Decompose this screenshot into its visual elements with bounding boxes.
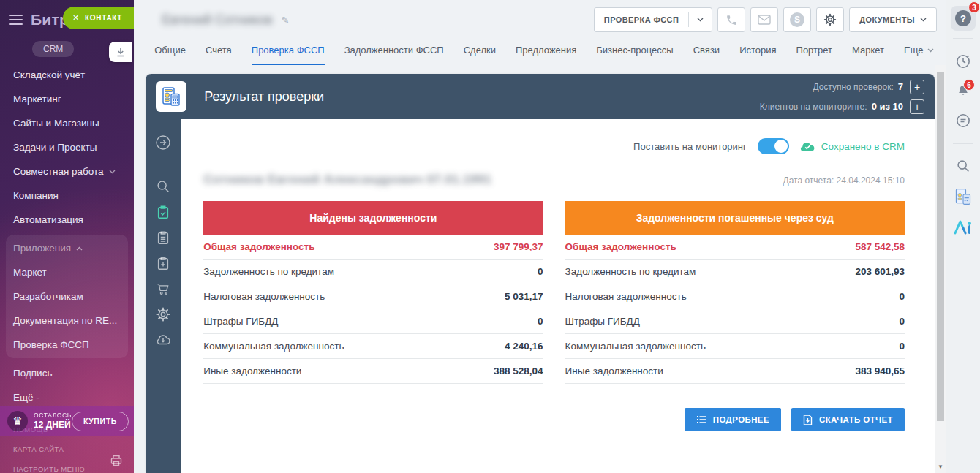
tab-zadolzhennosti-fssp[interactable]: Задолженности ФССП	[344, 45, 444, 65]
sidebar-item-automation[interactable]: Автоматизация	[0, 208, 134, 232]
buy-button[interactable]: КУПИТЬ	[72, 412, 129, 431]
time-tracking-icon[interactable]	[954, 53, 972, 70]
add-monitoring-button[interactable]: +	[910, 99, 924, 114]
cart-icon[interactable]	[155, 281, 171, 297]
apps-group: Приложения Маркет Разработчикам Документ…	[6, 235, 128, 358]
court-repaid-debts-table: Задолженности погашенные через суд Общая…	[565, 201, 905, 384]
topbar: Евгений Сотников ✎ ПРОВЕРКА ФССП S	[134, 0, 946, 35]
contact-entity-pill[interactable]: ✕ КОНТАКТ	[63, 7, 134, 29]
chevron-up-icon	[76, 246, 83, 251]
menu-hamburger-icon[interactable]	[9, 15, 23, 25]
monitoring-toggle[interactable]	[758, 138, 789, 154]
table-row: Задолженность по кредитам203 601,93	[565, 260, 905, 284]
notifications-bell-icon[interactable]: 6	[956, 83, 970, 99]
sidebar-item-rest-docs[interactable]: Документация по RE...	[6, 309, 128, 333]
tab-biznes-processy[interactable]: Бизнес-процессы	[596, 45, 673, 65]
tab-market[interactable]: Маркет	[852, 45, 884, 65]
checks-available-value: 7	[898, 81, 903, 92]
scrollbar-down-arrow[interactable]: ▼	[935, 463, 946, 470]
table-row: Штрафы ГИБДД0	[203, 309, 543, 334]
clipboard-list-icon[interactable]	[155, 230, 171, 246]
ai-app-icon[interactable]	[953, 219, 973, 235]
sidebar-item-tasks[interactable]: Задачи и Проекты	[0, 135, 134, 159]
fssp-report-icon	[156, 81, 186, 112]
sidebar-item-developers[interactable]: Разработчикам	[6, 284, 128, 309]
documents-button[interactable]: ДОКУМЕНТЫ	[849, 7, 937, 32]
call-button[interactable]	[717, 7, 745, 32]
sidebar-item-apps[interactable]: Приложения	[6, 236, 128, 260]
mail-icon	[758, 15, 771, 25]
fssp-check-split-button[interactable]: ПРОВЕРКА ФССП	[594, 7, 712, 32]
table-row: Коммунальная задолженность0	[565, 334, 905, 359]
tab-obshchie[interactable]: Общие	[154, 45, 186, 65]
tab-portret[interactable]: Портрет	[796, 45, 832, 65]
contact-name: Евгений Сотников	[162, 12, 272, 28]
tab-predlozheniya[interactable]: Предложения	[516, 45, 576, 65]
table-row: Налоговая задолженность0	[565, 284, 905, 309]
crm-badge[interactable]: CRM	[32, 41, 74, 57]
report-body: Поставить на мониторинг Сохранено в CRM	[181, 119, 935, 473]
tab-proverka-fssp[interactable]: Проверка ФССП	[252, 45, 325, 65]
right-rail: ? 3 6	[946, 0, 980, 473]
tab-more[interactable]: Еще	[904, 45, 933, 65]
edit-pencil-icon[interactable]: ✎	[282, 15, 290, 26]
cloud-check-icon	[800, 141, 815, 152]
table-row: Коммунальная задолженность4 240,16	[203, 334, 543, 359]
topbar-actions: ПРОВЕРКА ФССП S	[594, 7, 937, 32]
fssp-check-button-label[interactable]: ПРОВЕРКА ФССП	[595, 15, 688, 24]
tab-sdelki[interactable]: Сделки	[464, 45, 496, 65]
chevron-down-icon	[109, 170, 116, 174]
panel-body: Поставить на мониторинг Сохранено в CRM	[146, 119, 935, 473]
sidebar-item-collab[interactable]: Совместная работа	[0, 159, 134, 183]
download-report-button[interactable]: СКАЧАТЬ ОТЧЕТ	[791, 408, 905, 431]
gear-icon[interactable]	[155, 306, 171, 322]
details-button[interactable]: ПОДРОБНЕЕ	[685, 408, 781, 431]
add-checks-button[interactable]: +	[910, 80, 924, 94]
left-sidebar: Битрикс 24 ✕ КОНТАКТ CRM Складской учёт …	[0, 0, 134, 473]
sidebar-item-sklad[interactable]: Складской учёт	[0, 63, 134, 87]
tab-istoriya[interactable]: История	[739, 45, 776, 65]
table-row: Общая задолженность587 542,58	[565, 235, 905, 260]
chat-icon[interactable]	[954, 112, 972, 129]
main-area: Евгений Сотников ✎ ПРОВЕРКА ФССП S	[134, 0, 946, 473]
help-button[interactable]: ? 3	[951, 6, 976, 31]
tab-svyazi[interactable]: Связи	[693, 45, 720, 65]
fssp-app-icon[interactable]	[954, 187, 973, 206]
list-icon	[696, 415, 706, 424]
monitoring-quota-value: 0 из 10	[872, 101, 903, 112]
result-panel: Результат проверки Доступно проверок: 7 …	[146, 74, 935, 473]
email-button[interactable]	[750, 7, 778, 32]
close-icon[interactable]: ✕	[72, 13, 80, 23]
table-row: Иные задолженности388 528,04	[203, 359, 543, 384]
sidebar-nav: Складской учёт Маркетинг Сайты и Магазин…	[0, 63, 134, 409]
collapse-menu-button[interactable]	[109, 42, 132, 62]
report-date: Дата отчета: 24.04.2024 15:10	[783, 175, 905, 186]
sidebar-item-sign[interactable]: Подпись	[0, 361, 134, 385]
sms-button[interactable]: S	[783, 7, 811, 32]
sidebar-item-marketing[interactable]: Маркетинг	[0, 87, 134, 111]
person-fullname: Сотников Евгений Александрович 07.01.199…	[203, 173, 491, 187]
clipboard-plus-icon[interactable]	[155, 255, 171, 271]
chevron-down-icon[interactable]	[689, 18, 712, 22]
bitrix24-app: Битрикс 24 ✕ КОНТАКТ CRM Складской учёт …	[0, 0, 980, 473]
saved-in-crm-status: Сохранено в CRM	[800, 141, 905, 152]
scrollbar-thumb[interactable]	[937, 72, 944, 421]
panel-left-rail	[146, 119, 181, 473]
found-debts-header: Найдены задолженности	[203, 201, 543, 235]
debt-tables: Найдены задолженности Общая задолженност…	[203, 201, 905, 384]
vertical-scrollbar[interactable]: ▼	[935, 65, 946, 473]
search-icon[interactable]	[155, 178, 171, 194]
clipboard-check-icon[interactable]	[155, 204, 171, 220]
settings-button[interactable]	[816, 7, 844, 32]
search-icon[interactable]	[955, 158, 971, 174]
sidebar-item-sites[interactable]: Сайты и Магазины	[0, 111, 134, 135]
sidebar-item-company[interactable]: Компания	[0, 183, 134, 208]
entity-tabs: Общие Счета Проверка ФССП Задолженности …	[134, 35, 946, 65]
sidebar-item-fssp-check[interactable]: Проверка ФССП	[6, 333, 128, 357]
printer-icon[interactable]	[109, 453, 124, 468]
cloud-download-icon[interactable]	[154, 332, 172, 347]
panel-header: Результат проверки Доступно проверок: 7 …	[146, 74, 935, 119]
sidebar-item-market[interactable]: Маркет	[6, 260, 128, 284]
arrow-right-circle-icon[interactable]	[154, 134, 172, 151]
tab-scheta[interactable]: Счета	[206, 45, 232, 65]
